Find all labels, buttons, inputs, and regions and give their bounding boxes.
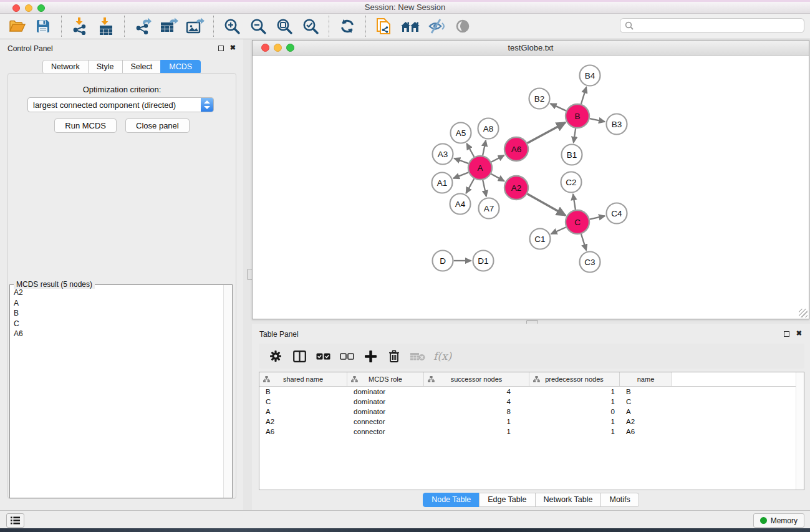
table-cell[interactable]: A [259,408,347,415]
delete-column-trash-icon[interactable] [385,347,403,365]
table-cell[interactable]: 1 [529,428,620,435]
close-traffic-light[interactable] [12,4,20,12]
result-scrollbar[interactable] [223,285,232,498]
hide-graphics-details-icon[interactable] [425,16,448,37]
clone-network-icon[interactable] [373,16,395,37]
refresh-icon[interactable] [336,16,359,37]
table-cell[interactable]: dominator [347,398,424,405]
edge-A6-B[interactable] [528,122,566,143]
edge-A-A6[interactable] [491,155,504,162]
tab-motifs[interactable]: Motifs [600,493,639,507]
node-A4[interactable]: A4 [450,194,471,215]
zoom-out-icon[interactable] [247,16,269,37]
edge-C-C3[interactable] [581,234,586,250]
task-history-button[interactable] [6,513,24,528]
node-A2[interactable]: A2 [504,176,528,200]
table-row[interactable]: Adominator80A [259,407,804,417]
close-panel-button[interactable]: Close panel [125,118,190,133]
edge-A-A8[interactable] [483,140,486,155]
node-C2[interactable]: C2 [561,172,582,193]
import-network-icon[interactable] [69,16,91,37]
table-cell[interactable]: 4 [424,388,529,395]
deselect-all-columns-icon[interactable] [337,347,356,365]
node-C4[interactable]: C4 [607,203,627,224]
network-close-traffic-light[interactable] [261,44,269,52]
node-A5[interactable]: A5 [451,123,471,143]
table-cell[interactable]: dominator [347,408,424,415]
table-cell[interactable]: A6 [259,428,347,435]
column-header-successor-nodes[interactable]: successor nodes [424,372,529,386]
show-graphics-details-icon[interactable] [451,16,474,37]
import-table-icon[interactable] [95,16,117,37]
edge-B-B1[interactable] [574,128,576,143]
table-cell[interactable]: 4 [424,398,529,405]
column-header-name[interactable]: name [620,372,672,386]
table-cell[interactable]: 1 [424,418,529,425]
table-row[interactable]: Bdominator41B [259,387,804,397]
tab-network-table[interactable]: Network Table [535,493,602,507]
search-input[interactable] [634,21,804,31]
edge-A-A3[interactable] [454,158,468,163]
edge-A-A7[interactable] [483,180,486,196]
node-A6[interactable]: A6 [504,137,528,161]
save-session-icon[interactable] [32,16,54,37]
edge-A-A2[interactable] [491,174,504,181]
open-session-icon[interactable] [6,16,28,37]
tab-node-table[interactable]: Node Table [423,493,480,507]
tab-mcds[interactable]: MCDS [160,60,201,74]
edge-B-B2[interactable] [551,104,566,111]
node-A8[interactable]: A8 [478,118,499,139]
table-close-panel-icon[interactable]: ✖ [796,329,802,337]
network-zoom-traffic-light[interactable] [286,44,294,52]
node-D[interactable]: D [433,251,453,271]
node-B1[interactable]: B1 [562,145,582,165]
network-window-titlebar[interactable]: testGlobe.txt [253,41,809,56]
float-panel-icon[interactable] [218,46,224,51]
tab-network[interactable]: Network [42,60,89,74]
zoom-selected-icon[interactable] [299,16,322,37]
mcds-result-item[interactable]: B [11,308,223,319]
add-column-icon[interactable] [361,347,380,365]
select-all-columns-icon[interactable] [314,347,332,365]
table-cell[interactable]: 1 [424,428,529,435]
network-canvas[interactable]: AA1A2A3A4A5A6A7A8BB1B2B3B4CC1C2C3C4DD1 [253,56,809,319]
tab-select[interactable]: Select [122,60,162,74]
node-C[interactable]: C [566,210,589,234]
edge-A-A5[interactable] [466,143,474,157]
node-C1[interactable]: C1 [530,229,551,249]
table-float-panel-icon[interactable] [784,331,789,337]
zoom-traffic-light[interactable] [37,4,45,12]
table-cell[interactable]: 8 [424,408,529,415]
edge-C-C4[interactable] [590,216,605,219]
export-table-icon[interactable] [158,16,180,37]
export-image-icon[interactable] [184,16,206,37]
node-B2[interactable]: B2 [529,89,550,109]
table-cell[interactable]: A [620,408,672,415]
tab-edge-table[interactable]: Edge Table [479,493,535,507]
table-cell[interactable]: dominator [347,388,424,395]
node-B4[interactable]: B4 [580,65,600,86]
node-B[interactable]: B [566,104,589,128]
mcds-result-item[interactable]: A2 [11,288,223,298]
node-D1[interactable]: D1 [473,251,494,271]
home-networks-icon[interactable] [399,16,422,37]
table-cell[interactable]: C [259,398,347,405]
table-cell[interactable]: 1 [529,398,620,405]
criterion-dropdown[interactable]: largest connected component (directed) [27,97,214,112]
table-row[interactable]: A2connector11A2 [259,417,804,427]
tab-style[interactable]: Style [88,60,123,74]
network-graph[interactable]: AA1A2A3A4A5A6A7A8BB1B2B3B4CC1C2C3C4DD1 [253,56,808,319]
table-scrollbar[interactable] [796,372,804,490]
close-panel-icon[interactable]: ✖ [230,43,236,52]
table-cell[interactable]: C [620,398,672,405]
table-cell[interactable]: 1 [529,388,620,395]
window-resize-grip-icon[interactable] [799,309,808,317]
table-cell[interactable]: 0 [529,408,620,415]
table-cell[interactable]: connector [347,428,424,435]
zoom-fit-icon[interactable] [273,16,296,37]
node-B3[interactable]: B3 [607,114,627,135]
run-mcds-button[interactable]: Run MCDS [54,118,117,133]
node-A1[interactable]: A1 [432,173,453,193]
mcds-result-item[interactable]: C [11,319,223,329]
edge-C-C2[interactable] [573,194,576,210]
